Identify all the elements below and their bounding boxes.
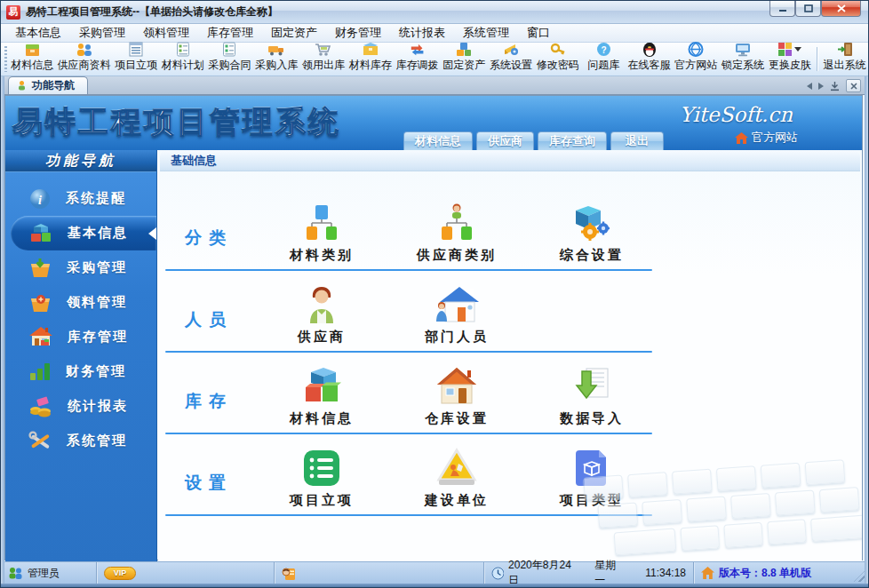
toolbar-purchase-inbound[interactable]: 采购入库 xyxy=(253,43,300,75)
plan-doc-icon xyxy=(176,42,190,57)
house-person-icon xyxy=(434,284,479,325)
tab-function-nav[interactable]: 功能导航 xyxy=(8,76,88,94)
toolbar-grip[interactable] xyxy=(4,46,7,72)
toolbar-purchase-contract[interactable]: 采购合同 xyxy=(206,43,253,75)
tab-pin-icon[interactable] xyxy=(830,81,840,91)
sidebar-item-statistics-reports[interactable]: 统计报表 xyxy=(5,389,156,424)
row-label-inventory: 库存 xyxy=(185,390,233,413)
official-site-link[interactable]: 官方网站 xyxy=(735,130,798,146)
toolbar-official-website[interactable]: 官方网站 xyxy=(673,43,720,75)
green-list-icon xyxy=(301,448,342,489)
toolbar-fixed-assets[interactable]: 固定资产 xyxy=(441,43,488,75)
window-left-edge xyxy=(1,76,4,584)
building-blocks-icon xyxy=(28,222,53,245)
finance-chart-icon xyxy=(28,361,52,384)
minimize-button[interactable] xyxy=(769,1,795,17)
toolbar-project-approval[interactable]: 项目立项 xyxy=(113,43,160,75)
toolbar-question-bank[interactable]: ? 问题库 xyxy=(581,43,626,75)
menu-requisition[interactable]: 领料管理 xyxy=(134,23,198,43)
toolbar-requisition-outbound[interactable]: 领用出库 xyxy=(300,43,347,75)
title-bar: 易 易特工程项目管理系统--【单据抬头请修改仓库全称】 xyxy=(1,1,868,24)
users-icon xyxy=(8,567,23,579)
lock-monitor-icon xyxy=(735,43,751,57)
home-icon xyxy=(735,132,748,144)
person-card-icon xyxy=(282,567,296,580)
toolbar-lock-system[interactable]: 锁定系统 xyxy=(720,43,767,75)
menu-system[interactable]: 系统管理 xyxy=(454,23,518,43)
toolbar-exit-system[interactable]: 退出系统 xyxy=(821,43,868,75)
toolbar-material-stock[interactable]: 材料库存 xyxy=(347,43,394,75)
banner-material-info-button[interactable]: 材料信息 xyxy=(403,131,473,150)
item-construction-unit[interactable]: 建设单位 xyxy=(389,448,524,509)
banner-supplier-button[interactable]: 供应商 xyxy=(476,131,534,150)
toolbar-material-plan[interactable]: 材料计划 xyxy=(159,43,206,75)
banner-stock-query-button[interactable]: 库存查询 xyxy=(538,131,607,150)
menu-purchase[interactable]: 采购管理 xyxy=(70,23,134,43)
item-warehouse-settings[interactable]: 仓库设置 xyxy=(389,366,524,427)
document-cube-icon xyxy=(571,448,612,489)
menu-fixed-assets[interactable]: 固定资产 xyxy=(262,23,326,43)
banner-quick-buttons: 材料信息 供应商 库存查询 退出 xyxy=(403,131,664,150)
brand-text: YiteSoft.cn xyxy=(680,103,793,126)
menu-inventory[interactable]: 库存管理 xyxy=(198,23,262,43)
purchase-basket-icon xyxy=(28,257,52,280)
menu-finance[interactable]: 财务管理 xyxy=(326,23,390,43)
status-datetime: 2020年8月24日 星期一 11:34:18 xyxy=(484,562,694,584)
sidebar-item-requisition-mgmt[interactable]: 领料管理 xyxy=(5,285,156,320)
sidebar-item-purchase-mgmt[interactable]: 采购管理 xyxy=(5,250,156,285)
warehouse-house-icon xyxy=(28,326,53,349)
item-department-staff[interactable]: 部门人员 xyxy=(389,284,524,346)
item-supplier-category[interactable]: 供应商类别 xyxy=(389,203,524,264)
menu-reports[interactable]: 统计报表 xyxy=(390,23,454,43)
sidebar-item-basic-info[interactable]: 基本信息 xyxy=(11,216,156,250)
tab-scroll-left-icon[interactable] xyxy=(807,83,812,90)
inbound-truck-icon xyxy=(267,43,285,57)
info-circle-icon: i xyxy=(28,187,52,211)
tab-scroll-right-icon[interactable] xyxy=(818,83,824,90)
item-project-type[interactable]: 项目类型 xyxy=(524,448,659,509)
document-import-icon xyxy=(571,366,612,407)
close-button[interactable] xyxy=(821,1,861,17)
settings-horn-icon xyxy=(503,42,519,57)
menu-basic-info[interactable]: 基本信息 xyxy=(6,23,70,43)
item-general-settings[interactable]: 综合设置 xyxy=(524,203,659,264)
material-box-icon xyxy=(24,42,41,57)
menu-window[interactable]: 窗口 xyxy=(518,23,559,43)
sidebar-item-system-mgmt[interactable]: 系统管理 xyxy=(5,424,156,458)
window-bottom-edge xyxy=(1,584,868,588)
sidebar-item-system-reminder[interactable]: i 系统提醒 xyxy=(5,181,156,216)
item-project-approval[interactable]: 项目立项 xyxy=(254,448,389,509)
nav-figure-icon xyxy=(16,80,28,91)
tab-close-button[interactable] xyxy=(846,79,861,92)
item-material-info[interactable]: 材料信息 xyxy=(254,366,389,427)
content-panel: 基础信息 分类 材料类别 供应商类别 综合设置 xyxy=(158,150,862,561)
sidebar-item-finance-mgmt[interactable]: 财务管理 xyxy=(5,354,156,389)
banner-exit-button[interactable]: 退出 xyxy=(610,131,664,150)
toolbar-system-settings[interactable]: 系统设置 xyxy=(488,43,535,75)
row-label-settings: 设置 xyxy=(185,472,233,495)
app-window: 易 易特工程项目管理系统--【单据抬头请修改仓库全称】 基本信息 采购管理 领料… xyxy=(0,0,869,588)
item-material-category[interactable]: 材料类别 xyxy=(254,203,389,264)
row-settings: 设置 项目立项 建设单位 项目类型 xyxy=(158,434,862,516)
toolbar-material-info[interactable]: 材料信息 xyxy=(9,43,56,75)
toolbar-change-skin[interactable]: 更换皮肤 xyxy=(766,43,813,75)
website-ie-icon xyxy=(688,42,704,57)
sidebar-item-inventory-mgmt[interactable]: 库存管理 xyxy=(5,320,156,354)
window-title: 易特工程项目管理系统--【单据抬头请修改仓库全称】 xyxy=(26,4,278,20)
toolbar-supplier-data[interactable]: 供应商资料 xyxy=(56,43,113,75)
svg-text:?: ? xyxy=(601,45,606,55)
skin-grid-icon xyxy=(777,41,793,57)
item-data-import[interactable]: 数据导入 xyxy=(524,366,659,427)
supplier-people-icon xyxy=(76,42,93,57)
asset-blocks-icon xyxy=(456,42,472,57)
maximize-button[interactable] xyxy=(795,1,821,17)
toolbar-stock-transfer[interactable]: 库存调拨 xyxy=(394,43,441,75)
question-cloud-icon: ? xyxy=(596,42,611,57)
stacked-cubes-icon xyxy=(300,366,343,407)
toolbar-online-service[interactable]: 在线客服 xyxy=(626,43,673,75)
skin-dropdown-caret-icon[interactable] xyxy=(794,47,801,52)
toolbar-separator xyxy=(817,47,817,71)
toolbar-change-password[interactable]: 修改密码 xyxy=(534,43,581,75)
window-right-edge xyxy=(865,76,868,584)
item-supplier[interactable]: 供应商 xyxy=(254,284,389,346)
